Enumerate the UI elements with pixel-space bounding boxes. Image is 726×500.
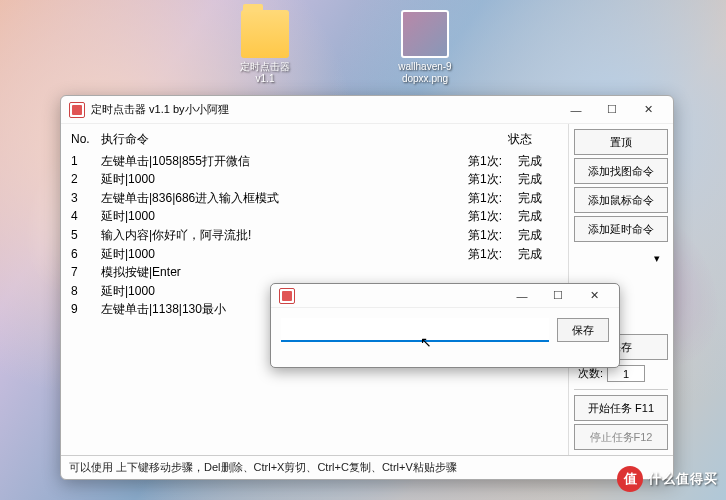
app-icon	[69, 102, 85, 118]
row-no: 8	[71, 282, 101, 301]
row-no: 5	[71, 226, 101, 245]
image-icon	[401, 10, 449, 58]
list-row[interactable]: 3左键单击|836|686进入输入框模式第1次:完成	[71, 189, 558, 208]
row-state: 完成	[518, 189, 558, 208]
list-header: No. 执行命令 状态	[71, 130, 558, 149]
row-count: 第1次:	[468, 170, 518, 189]
desktop-image[interactable]: wallhaven-9 dopxx.png	[390, 10, 460, 85]
row-no: 7	[71, 263, 101, 282]
row-count: 第1次:	[468, 245, 518, 264]
dialog-close-button[interactable]: ✕	[577, 285, 611, 307]
maximize-button[interactable]: ☐	[595, 99, 629, 121]
row-state: 完成	[518, 226, 558, 245]
status-bar: 可以使用 上下键移动步骤，Del删除、Ctrl+X剪切、Ctrl+C复制、Ctr…	[61, 455, 673, 479]
dialog-text-input[interactable]	[281, 318, 549, 342]
input-dialog: — ☐ ✕ 保存	[270, 283, 620, 368]
list-row[interactable]: 5输入内容|你好吖，阿寻流批!第1次:完成	[71, 226, 558, 245]
row-cmd: 左键单击|1058|855打开微信	[101, 152, 468, 171]
add-image-cmd-button[interactable]: 添加找图命令	[574, 158, 668, 184]
row-count: 第1次:	[468, 207, 518, 226]
dialog-titlebar[interactable]: — ☐ ✕	[271, 284, 619, 308]
main-titlebar[interactable]: 定时点击器 v1.1 by小小阿狸 — ☐ ✕	[61, 96, 673, 124]
desktop-folder-label: 定时点击器 v1.1	[240, 61, 290, 85]
stop-task-button[interactable]: 停止任务F12	[574, 424, 668, 450]
watermark-text: 什么值得买	[648, 470, 718, 488]
list-row[interactable]: 4延时|1000第1次:完成	[71, 207, 558, 226]
row-cmd: 输入内容|你好吖，阿寻流批!	[101, 226, 468, 245]
row-no: 3	[71, 189, 101, 208]
cursor-icon: ↖	[420, 334, 432, 350]
row-state	[518, 263, 558, 282]
col-cmd: 执行命令	[101, 130, 508, 149]
list-row[interactable]: 2延时|1000第1次:完成	[71, 170, 558, 189]
desktop-image-label: wallhaven-9 dopxx.png	[398, 61, 451, 85]
row-cmd: 延时|1000	[101, 207, 468, 226]
row-count: 第1次:	[468, 226, 518, 245]
row-state: 完成	[518, 170, 558, 189]
add-mouse-cmd-button[interactable]: 添加鼠标命令	[574, 187, 668, 213]
row-no: 9	[71, 300, 101, 319]
minimize-button[interactable]: —	[559, 99, 593, 121]
app-icon	[279, 288, 295, 304]
row-count: 第1次:	[468, 152, 518, 171]
dropdown-toggle[interactable]: ▾	[574, 245, 668, 271]
window-title: 定时点击器 v1.1 by小小阿狸	[91, 102, 559, 117]
dialog-minimize-button[interactable]: —	[505, 285, 539, 307]
dialog-maximize-button[interactable]: ☐	[541, 285, 575, 307]
list-row[interactable]: 6延时|1000第1次:完成	[71, 245, 558, 264]
watermark-badge: 值	[617, 466, 643, 492]
row-count	[468, 263, 518, 282]
col-no: No.	[71, 130, 101, 149]
list-row[interactable]: 7模拟按键|Enter	[71, 263, 558, 282]
row-state: 完成	[518, 245, 558, 264]
list-row[interactable]: 1左键单击|1058|855打开微信第1次:完成	[71, 152, 558, 171]
row-no: 6	[71, 245, 101, 264]
row-count: 第1次:	[468, 189, 518, 208]
close-button[interactable]: ✕	[631, 99, 665, 121]
start-task-button[interactable]: 开始任务 F11	[574, 395, 668, 421]
pin-top-button[interactable]: 置顶	[574, 129, 668, 155]
watermark: 值 什么值得买	[617, 466, 718, 492]
row-cmd: 延时|1000	[101, 245, 468, 264]
desktop-folder[interactable]: 定时点击器 v1.1	[230, 10, 300, 85]
row-cmd: 模拟按键|Enter	[101, 263, 468, 282]
row-no: 1	[71, 152, 101, 171]
row-cmd: 左键单击|836|686进入输入框模式	[101, 189, 468, 208]
row-no: 2	[71, 170, 101, 189]
row-cmd: 延时|1000	[101, 170, 468, 189]
col-state: 状态	[508, 130, 558, 149]
row-no: 4	[71, 207, 101, 226]
add-delay-cmd-button[interactable]: 添加延时命令	[574, 216, 668, 242]
row-state: 完成	[518, 207, 558, 226]
dialog-save-button[interactable]: 保存	[557, 318, 609, 342]
row-state: 完成	[518, 152, 558, 171]
count-label: 次数:	[578, 366, 603, 381]
folder-icon	[241, 10, 289, 58]
